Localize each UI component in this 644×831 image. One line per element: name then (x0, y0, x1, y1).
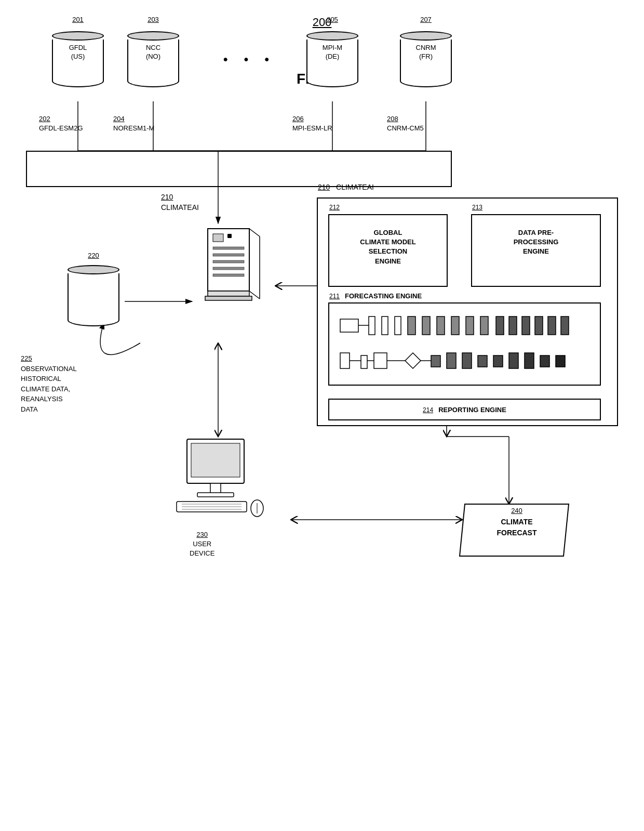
server-svg (192, 223, 265, 317)
reporting-engine-box: 214 REPORTING ENGINE (328, 399, 601, 420)
user-device-icon (166, 437, 270, 522)
svg-rect-15 (369, 316, 375, 335)
svg-rect-61 (205, 296, 252, 300)
db-203-bottom (127, 80, 179, 87)
global-model-box: 212 GLOBAL CLIMATE MODEL SELECTION ENGIN… (328, 214, 448, 287)
svg-rect-36 (431, 355, 440, 367)
db-207-model: 208 CNRM-CM5 (387, 114, 424, 133)
svg-rect-18 (408, 316, 415, 335)
svg-rect-37 (447, 353, 456, 368)
svg-rect-55 (213, 267, 244, 270)
svg-rect-41 (509, 353, 518, 368)
svg-rect-39 (478, 355, 487, 367)
svg-rect-38 (462, 353, 472, 368)
server-icon (192, 223, 265, 319)
climateai-main-box: 210 CLIMATEAI 212 GLOBAL CLIMATE MODEL S… (317, 197, 618, 426)
svg-rect-65 (197, 493, 234, 497)
db-205: 205 MPI-M (DE) (306, 31, 358, 87)
db-203-model: 204 NORESM1-M (113, 114, 154, 133)
svg-rect-63 (191, 443, 240, 477)
db-205-label: 205 (327, 16, 338, 23)
db-205-model: 206 MPI-ESM-LR (292, 114, 332, 133)
db-220-body (68, 273, 119, 320)
svg-rect-44 (556, 355, 565, 367)
svg-rect-29 (561, 316, 569, 335)
forecasting-diagram (335, 314, 595, 381)
svg-rect-34 (374, 353, 387, 368)
svg-rect-43 (540, 355, 549, 367)
db-203-body: NCC (NO) (127, 39, 179, 81)
svg-rect-19 (422, 316, 430, 335)
diagram-container: 200 201 GFDL (US) 202 GFDL-ESM2G 203 NCC… (0, 0, 644, 780)
computer-svg (166, 437, 270, 520)
db-220: 220 (68, 265, 119, 326)
db-205-top (306, 31, 358, 41)
forecasting-engine-box: 211 FORECASTING ENGINE (328, 302, 601, 386)
svg-marker-35 (405, 353, 421, 368)
svg-rect-25 (509, 316, 517, 335)
db-207-bottom (400, 80, 452, 87)
db-220-top (68, 265, 119, 274)
svg-rect-22 (466, 316, 474, 335)
db-201: 201 GFDL (US) (52, 31, 104, 87)
ellipsis: • • • (223, 52, 272, 67)
svg-rect-32 (340, 353, 350, 368)
db-201-bottom (52, 80, 104, 87)
svg-rect-56 (213, 274, 244, 276)
svg-rect-24 (496, 316, 504, 335)
forecast-text: CLIMATE FORECAST (470, 517, 564, 538)
svg-rect-33 (361, 355, 367, 368)
svg-rect-16 (382, 316, 388, 335)
svg-rect-54 (213, 260, 244, 263)
db-201-top (52, 31, 104, 41)
climate-forecast-container: 240 CLIMATE FORECAST (457, 499, 576, 569)
db-207-label: 207 (420, 16, 432, 23)
forecasting-label: 211 FORECASTING ENGINE (329, 292, 422, 300)
figure-top-label: 200 (10, 16, 634, 29)
user-device-label: 230 USER DEVICE (190, 530, 214, 559)
svg-rect-52 (213, 247, 244, 249)
svg-rect-26 (522, 316, 530, 335)
svg-rect-53 (213, 254, 244, 256)
db-207: 207 CNRM (FR) (400, 31, 452, 87)
svg-rect-17 (395, 316, 401, 335)
db-201-model: 202 GFDL-ESM2G (39, 114, 83, 133)
db-203-top (127, 31, 179, 41)
data-preprocessing-box: 213 DATA PRE- PROCESSING ENGINE (471, 214, 601, 287)
forecast-label: 240 (470, 507, 564, 515)
svg-rect-28 (548, 316, 556, 335)
svg-line-57 (249, 229, 260, 236)
svg-rect-64 (210, 483, 221, 494)
forecast-label-area: 240 CLIMATE FORECAST (470, 507, 564, 538)
data-preprocessing-label: 213 (472, 204, 482, 211)
db-205-body: MPI-M (DE) (306, 39, 358, 81)
db-group-box (26, 151, 452, 187)
db-220-label: 220 (88, 252, 99, 259)
db-203-label: 203 (147, 16, 159, 23)
db-203: 203 NCC (NO) (127, 31, 179, 87)
db-220-bottom (68, 319, 119, 326)
db-205-bottom (306, 80, 358, 87)
svg-rect-40 (493, 355, 503, 367)
svg-rect-60 (208, 291, 249, 296)
svg-rect-50 (213, 234, 223, 242)
svg-rect-27 (535, 316, 543, 335)
climateai-box-label: 210 CLIMATEAI (318, 183, 374, 191)
db-201-body: GFDL (US) (52, 39, 104, 81)
svg-rect-23 (480, 316, 488, 335)
svg-rect-14 (340, 319, 358, 332)
svg-rect-42 (525, 353, 534, 368)
reporting-label: 214 REPORTING ENGINE (423, 406, 506, 414)
svg-rect-21 (451, 316, 459, 335)
obs-text: 225 OBSERVATIONAL HISTORICAL CLIMATE DAT… (21, 353, 77, 414)
climateai-left-label: 210 CLIMATEAI (161, 192, 199, 213)
db-207-top (400, 31, 452, 41)
svg-rect-20 (437, 316, 445, 335)
svg-rect-51 (227, 234, 232, 238)
global-model-label: 212 (329, 204, 340, 211)
data-preprocessing-title: DATA PRE- PROCESSING ENGINE (472, 223, 600, 262)
global-model-title: GLOBAL CLIMATE MODEL SELECTION ENGINE (329, 223, 447, 271)
db-201-label: 201 (72, 16, 84, 23)
db-207-body: CNRM (FR) (400, 39, 452, 81)
